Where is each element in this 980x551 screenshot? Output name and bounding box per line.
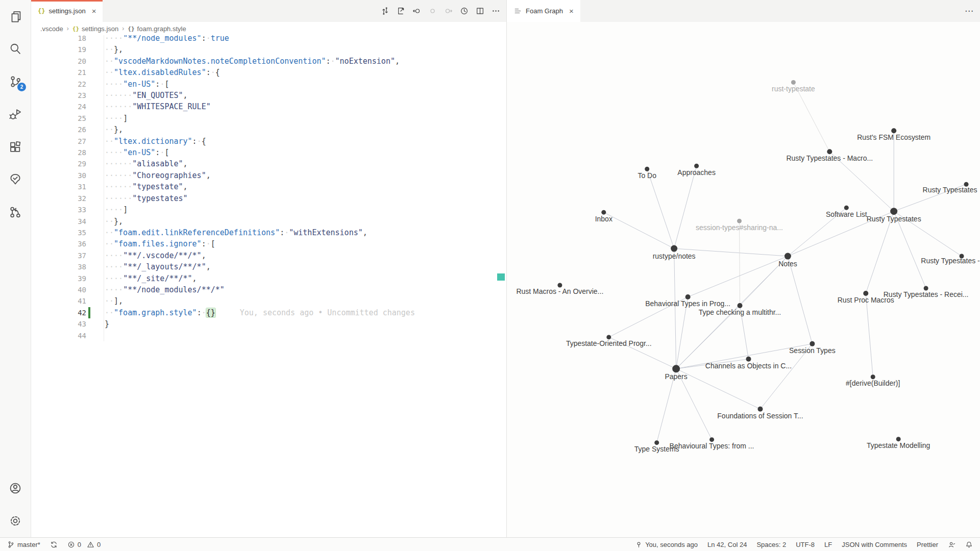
code-line-43[interactable]: 43} bbox=[31, 318, 506, 330]
graph-node-type-systems[interactable] bbox=[654, 440, 659, 445]
status-item-problems[interactable]: 00 bbox=[67, 541, 101, 548]
activity-item-extensions[interactable] bbox=[0, 131, 31, 163]
graph-node-rust-macros[interactable] bbox=[557, 283, 562, 287]
tab-foam-graph[interactable]: Foam Graph × bbox=[507, 0, 580, 22]
code-line-19[interactable]: 19··}, bbox=[31, 44, 506, 55]
graph-node-approaches[interactable] bbox=[694, 164, 699, 168]
code-line-37[interactable]: 37····"**/.vscode/**/*", bbox=[31, 250, 506, 261]
breadcrumb-item-foam-graph-style[interactable]: {}foam.graph.style bbox=[128, 25, 186, 33]
graph-node-software-list[interactable] bbox=[844, 206, 849, 210]
status-item-feedback[interactable] bbox=[948, 541, 955, 548]
next-change-icon[interactable] bbox=[444, 7, 453, 15]
breadcrumb-separator: › bbox=[67, 25, 69, 32]
graph-node-proc-macros[interactable] bbox=[863, 291, 868, 296]
graph-node-rt[interactable] bbox=[890, 208, 897, 215]
change-dot-icon[interactable] bbox=[428, 7, 437, 15]
code-line-23[interactable]: 23······"EN_QUOTES", bbox=[31, 90, 506, 101]
code-line-21[interactable]: 21··"ltex.disabledRules":·{ bbox=[31, 67, 506, 78]
code-line-42[interactable]: 42··"foam.graph.style":·{}You, seconds a… bbox=[31, 307, 506, 318]
graph-node-rustype-notes[interactable] bbox=[671, 245, 677, 252]
previous-change-icon[interactable] bbox=[412, 7, 421, 15]
close-icon[interactable]: × bbox=[569, 7, 574, 15]
code-line-34[interactable]: 34··}, bbox=[31, 216, 506, 227]
code-line-28[interactable]: 28····"en-US":·[ bbox=[31, 147, 506, 158]
line-content: } bbox=[105, 318, 109, 330]
close-icon[interactable]: × bbox=[92, 7, 96, 15]
activity-item-search[interactable] bbox=[0, 33, 31, 65]
git-added-indicator bbox=[88, 307, 90, 318]
status-item-encoding[interactable]: UTF-8 bbox=[796, 541, 815, 548]
status-item-branch[interactable]: master* bbox=[7, 541, 40, 548]
graph-node-rt-macro[interactable] bbox=[827, 149, 832, 154]
status-item-language-mode[interactable]: JSON with Comments bbox=[842, 541, 907, 548]
activity-item-testing[interactable] bbox=[0, 163, 31, 196]
code-line-39[interactable]: 39····"**/_site/**/*", bbox=[31, 273, 506, 284]
open-changes-icon[interactable] bbox=[381, 7, 389, 15]
code-line-20[interactable]: 20··"vscodeMarkdownNotes.noteCompletionC… bbox=[31, 56, 506, 67]
graph-node-derive-builder[interactable] bbox=[871, 374, 875, 379]
code-line-27[interactable]: 27··"ltex.dictionary":·{ bbox=[31, 136, 506, 147]
status-item-notifications[interactable] bbox=[965, 541, 973, 548]
graph-node-todo[interactable] bbox=[645, 167, 649, 171]
code-line-35[interactable]: 35··"foam.edit.linkReferenceDefinitions"… bbox=[31, 227, 506, 238]
graph-node-rust-typestate[interactable] bbox=[791, 80, 796, 85]
activity-item-source-control[interactable]: 2 bbox=[0, 65, 31, 98]
graph-node-typestate-oriented[interactable] bbox=[606, 335, 611, 339]
code-line-41[interactable]: 41··], bbox=[31, 295, 506, 307]
line-number: 22 bbox=[31, 79, 86, 90]
graph-node-inbox[interactable] bbox=[601, 210, 606, 215]
code-editor[interactable]: 18····"**/node_modules":·true19··},20··"… bbox=[31, 35, 506, 537]
graph-node-notes[interactable] bbox=[785, 253, 791, 260]
graph-node-rt-recei[interactable] bbox=[924, 286, 928, 290]
graph-node-behavioral[interactable] bbox=[685, 294, 691, 299]
code-line-30[interactable]: 30······"Choreographies", bbox=[31, 170, 506, 181]
bell-icon bbox=[965, 541, 973, 548]
timeline-icon[interactable] bbox=[460, 7, 469, 15]
breadcrumb-item-settings-json[interactable]: {}settings.json bbox=[72, 25, 119, 33]
more-actions-icon[interactable]: ⋯ bbox=[965, 6, 974, 16]
code-line-18[interactable]: 18····"**/node_modules":·true bbox=[31, 35, 506, 44]
testing-icon bbox=[9, 173, 22, 186]
foam-graph-canvas[interactable]: rust-typestateRust's FSM EcosystemRusty … bbox=[507, 22, 980, 537]
graph-node-behavioural-from[interactable] bbox=[709, 437, 714, 442]
code-line-32[interactable]: 32······"typestates" bbox=[31, 193, 506, 204]
code-line-40[interactable]: 40····"**/node_modules/**/*" bbox=[31, 284, 506, 295]
code-line-24[interactable]: 24······"WHITESPACE_RULE" bbox=[31, 101, 506, 112]
graph-node-session-sharing[interactable] bbox=[737, 219, 742, 223]
status-item-formatter[interactable]: Prettier bbox=[917, 541, 938, 548]
open-file-icon[interactable] bbox=[397, 7, 405, 15]
status-item-blame[interactable]: You, seconds ago bbox=[635, 541, 698, 548]
graph-node-session-types[interactable] bbox=[810, 341, 815, 346]
line-content: ······"Choreographies", bbox=[105, 170, 211, 181]
code-line-29[interactable]: 29······"aliasable", bbox=[31, 158, 506, 169]
activity-item-settings[interactable] bbox=[0, 505, 31, 537]
graph-node-papers[interactable] bbox=[672, 365, 680, 372]
more-actions-icon[interactable] bbox=[492, 7, 500, 15]
graph-node-foundations[interactable] bbox=[757, 407, 763, 412]
activity-item-gitlens[interactable] bbox=[0, 196, 31, 229]
status-item-sync[interactable] bbox=[50, 541, 58, 548]
code-line-36[interactable]: 36··"foam.files.ignore":·[ bbox=[31, 238, 506, 249]
code-line-33[interactable]: 33····] bbox=[31, 204, 506, 215]
activity-item-run-debug[interactable] bbox=[0, 98, 31, 131]
status-item-indentation[interactable]: Spaces: 2 bbox=[756, 541, 786, 548]
activity-item-explorer[interactable] bbox=[0, 0, 31, 33]
activity-item-account[interactable] bbox=[0, 472, 31, 505]
split-editor-icon[interactable] bbox=[476, 7, 484, 15]
breadcrumb-item--vscode[interactable]: .vscode bbox=[40, 25, 63, 33]
code-line-22[interactable]: 22····"en-US":·[ bbox=[31, 79, 506, 90]
status-item-cursor-position[interactable]: Ln 42, Col 24 bbox=[707, 541, 747, 548]
line-number: 19 bbox=[31, 44, 86, 55]
graph-label-approaches: Approaches bbox=[677, 168, 716, 177]
code-line-31[interactable]: 31······"typestate", bbox=[31, 181, 506, 192]
graph-node-fsm[interactable] bbox=[891, 128, 896, 133]
code-line-44[interactable]: 44 bbox=[31, 330, 506, 341]
graph-node-channels[interactable] bbox=[746, 357, 751, 362]
status-item-eol[interactable]: LF bbox=[824, 541, 832, 548]
tab-settings-json[interactable]: {} settings.json × bbox=[31, 0, 103, 22]
graph-node-type-checking[interactable] bbox=[738, 303, 743, 308]
graph-node-typestate-modelling[interactable] bbox=[896, 437, 901, 441]
code-line-25[interactable]: 25····] bbox=[31, 113, 506, 124]
code-line-26[interactable]: 26··}, bbox=[31, 124, 506, 135]
code-line-38[interactable]: 38····"**/_layouts/**/*", bbox=[31, 261, 506, 272]
